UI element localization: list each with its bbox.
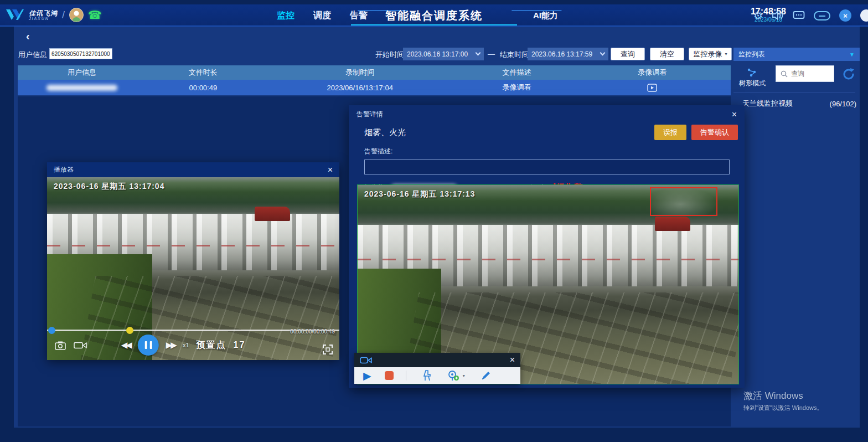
tanker-red-stripe	[358, 259, 738, 260]
tab-ai-capability[interactable]: AI能力	[533, 4, 558, 27]
cell-description: 录像调看	[460, 80, 574, 95]
top-bar: 佳讯飞鸿 JIAXUN / ☎ 监控 调度 告警 智能融合调度系统 AI能力 1…	[0, 4, 868, 27]
date-range-dash: —	[488, 50, 495, 58]
refresh-icon[interactable]	[841, 66, 856, 82]
cell-view-video	[574, 80, 731, 95]
minimize-button[interactable]	[814, 11, 830, 20]
windows-activation-watermark: 激活 Windows 转到"设置"以激活 Windows。	[743, 389, 823, 412]
col-header-record-time: 录制时间	[260, 65, 460, 80]
monitor-list-title: 监控列表	[738, 50, 765, 59]
player-title-bar: 播放器 ×	[47, 162, 339, 177]
locomotive	[255, 207, 290, 221]
stop-button[interactable]	[385, 371, 394, 380]
player-close-icon[interactable]: ×	[328, 166, 333, 174]
tree-mode-button[interactable]: 树形模式	[737, 68, 768, 88]
alarm-description-input[interactable]	[364, 160, 730, 174]
edge-toggle-button[interactable]	[860, 9, 868, 22]
app-window: 佳讯飞鸿 JIAXUN / ☎ 监控 调度 告警 智能融合调度系统 AI能力 1…	[0, 0, 868, 442]
add-camera-icon[interactable]	[447, 370, 459, 381]
close-button[interactable]: ×	[839, 9, 851, 22]
player-window: 播放器 × 2023-06-16 星期五 13:17:04	[47, 162, 339, 360]
start-time-picker[interactable]: 2023.06.16 13:17:00	[403, 48, 484, 60]
alarm-dialog-close-icon[interactable]: ×	[732, 110, 737, 119]
col-header-duration: 文件时长	[146, 65, 260, 80]
pause-button[interactable]	[138, 335, 159, 356]
video-playback-icon[interactable]	[647, 84, 657, 92]
panel-divider	[733, 92, 855, 92]
table-row[interactable]: 00:00:49 2023/06/16/13:17:04 录像调看	[18, 80, 731, 95]
transport-controls: ◀◀ ▶▶ x1 预置点 17	[121, 335, 246, 356]
false-alarm-button[interactable]: 误报	[654, 125, 686, 140]
watermark-line2: 转到"设置"以激活 Windows。	[743, 404, 823, 412]
ptz-control-icon[interactable]	[422, 370, 432, 381]
cell-duration: 00:00:49	[146, 80, 260, 95]
alarm-type: 烟雾、火光	[364, 127, 406, 138]
rewind-icon[interactable]: ◀◀	[121, 340, 131, 350]
user-info-input[interactable]	[49, 48, 112, 59]
app-title: 智能融合调度系统	[385, 8, 483, 23]
brand-area: 佳讯飞鸿 JIAXUN / ☎	[6, 8, 102, 22]
clear-button[interactable]: 清空	[650, 48, 684, 60]
alarm-type-row: 烟雾、火光 误报 告警确认	[349, 119, 745, 140]
chevron-down-icon	[476, 50, 481, 56]
start-time-label: 开始时间	[375, 50, 404, 60]
fast-forward-icon[interactable]: ▶▶	[166, 340, 175, 350]
record-camera-icon[interactable]	[74, 341, 87, 350]
toolbar-divider	[406, 371, 406, 381]
alarm-dialog-title: 告警详情	[356, 110, 383, 119]
phone-icon[interactable]: ☎	[88, 9, 102, 20]
chevron-down-icon	[600, 50, 606, 56]
search-button[interactable]: 查询	[611, 48, 645, 60]
system-tray: ⚙ ×	[753, 4, 868, 27]
tree-mode-label: 树形模式	[739, 79, 766, 87]
col-header-user-info: 用户信息	[18, 65, 146, 80]
video-osd-timestamp: 2023-06-16 星期五 13:17:13	[364, 189, 475, 199]
camera-group-count: (96/102)	[830, 100, 856, 108]
search-icon	[781, 70, 788, 78]
user-info-label: 用户信息	[18, 50, 47, 60]
speaker-icon[interactable]	[772, 11, 784, 20]
player-controls: ◀◀ ▶▶ x1 预置点 17	[47, 333, 339, 357]
locomotive	[655, 217, 690, 231]
camera-group-item[interactable]: 天兰线监控视频 (96/102)	[733, 99, 856, 109]
tab-monitor[interactable]: 监控	[277, 10, 294, 22]
alarm-description-label: 告警描述:	[349, 140, 745, 160]
col-header-description: 文件描述	[460, 65, 574, 80]
alarm-action-buttons: 误报 告警确认	[654, 125, 738, 140]
back-button[interactable]: ‹	[26, 30, 30, 43]
company-logo-icon	[6, 8, 24, 22]
table-header-row: 用户信息 文件时长 录制时间 文件描述 录像调看	[18, 65, 731, 80]
camera-search-input[interactable]	[791, 70, 824, 78]
snapshot-icon[interactable]	[55, 341, 66, 350]
annotate-pencil-icon[interactable]	[480, 370, 492, 381]
player-left-tools	[55, 341, 87, 350]
smoke-detection-box	[650, 187, 717, 216]
record-type-value: 监控录像	[693, 49, 722, 59]
caret-down-icon[interactable]: ▾	[463, 373, 465, 378]
preset-point-number: 17	[234, 340, 246, 350]
fullscreen-icon[interactable]	[323, 345, 333, 354]
tree-icon	[746, 68, 758, 78]
monitor-list-header[interactable]: 监控列表 ▼	[733, 48, 860, 61]
camera-icon	[360, 356, 372, 364]
confirm-alarm-button[interactable]: 告警确认	[691, 125, 738, 140]
end-time-value: 2023.06.16 13:17:59	[531, 50, 592, 58]
cell-record-time: 2023/06/16/13:17:04	[260, 80, 460, 95]
playback-time-display: 00:00:00/00:00:49	[290, 328, 335, 335]
play-button[interactable]: ▶	[363, 371, 371, 381]
end-time-label: 结束时间	[500, 50, 529, 60]
tanker-red-stripe	[47, 245, 339, 246]
preset-point-label: 预置点	[197, 340, 226, 351]
message-icon[interactable]	[793, 11, 805, 20]
record-type-select[interactable]: 监控录像 ▾	[689, 48, 732, 60]
brand-name: 佳讯飞鸿 JIAXUN	[29, 10, 58, 20]
redacted-user-info	[46, 85, 117, 91]
end-time-picker[interactable]: 2023.06.16 13:17:59	[528, 48, 608, 60]
video-tools-window: × ▶ ▾	[354, 353, 520, 384]
video-tools-close-icon[interactable]: ×	[510, 356, 515, 364]
title-underline	[351, 24, 517, 25]
user-avatar[interactable]	[69, 8, 84, 22]
settings-gear-icon[interactable]: ⚙	[753, 9, 763, 22]
tab-dispatch[interactable]: 调度	[313, 10, 331, 22]
camera-search-box[interactable]	[776, 65, 834, 82]
